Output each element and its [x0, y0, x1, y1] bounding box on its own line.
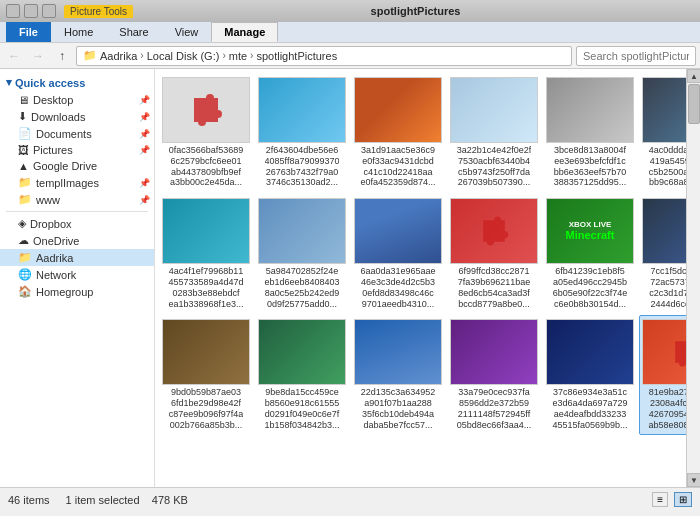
file-item[interactable]: 9be8da15cc459ceb8560e918c61555d0291f049e…: [255, 315, 349, 434]
sidebar-item-dropbox[interactable]: ◈ Dropbox: [0, 215, 154, 232]
file-thumbnail: [450, 77, 538, 143]
pin-icon: 📌: [139, 95, 150, 105]
quick-access-header[interactable]: ▾ Quick access: [0, 73, 154, 92]
file-thumbnail: [354, 319, 442, 385]
tab-view[interactable]: View: [162, 22, 212, 42]
address-bar: ← → ↑ 📁 Aadrika › Local Disk (G:) › mte …: [0, 43, 700, 69]
scroll-track[interactable]: [687, 83, 700, 473]
pictures-icon: 🖼: [18, 144, 29, 156]
file-thumbnail: [450, 198, 538, 264]
sidebar-item-googledrive[interactable]: ▲ Google Drive: [0, 158, 154, 174]
scroll-thumb[interactable]: [688, 84, 700, 124]
details-view-button[interactable]: ≡: [652, 492, 668, 507]
crumb-sep-3: ›: [250, 50, 253, 61]
file-item[interactable]: 3a1d91aac5e36c9e0f33ac9431dcbdc41c10d224…: [351, 73, 445, 192]
crumb-aadrika[interactable]: Aadrika: [100, 50, 137, 62]
file-thumbnail: [258, 319, 346, 385]
scroll-up-button[interactable]: ▲: [687, 69, 700, 83]
file-name: 3bce8d813a8004fee3e693befcfdf1cbb6e363ee…: [554, 145, 627, 188]
file-item[interactable]: 9bd0b59b87ae036fd1be29d98e42fc87ee9b096f…: [159, 315, 253, 434]
onedrive-label: OneDrive: [33, 235, 79, 247]
crumb-disk[interactable]: Local Disk (G:): [147, 50, 220, 62]
forward-button[interactable]: →: [28, 46, 48, 66]
file-item[interactable]: 6f99ffcd38cc28717fa39b696211bae8ed6cb54c…: [447, 194, 541, 313]
tab-file[interactable]: File: [6, 22, 51, 42]
file-thumbnail: XBOX LIVEMinecraft: [546, 198, 634, 264]
scrollbar[interactable]: ▲ ▼: [686, 69, 700, 487]
file-item[interactable]: 0fac3566baf536896c2579bcfc6ee01ab4437809…: [159, 73, 253, 192]
sidebar-item-documents[interactable]: 📄 Documents 📌: [0, 125, 154, 142]
file-name: 6aa0da31e965aae46e3c3de4d2c5b30efd8d8349…: [360, 266, 435, 309]
view-toggle: ≡ ⊞: [652, 492, 692, 507]
chevron-icon: ▾: [6, 76, 12, 89]
sidebar-item-aadrika[interactable]: 📁 Aadrika: [0, 249, 154, 266]
selected-info: 1 item selected 478 KB: [66, 494, 188, 506]
file-item[interactable]: 33a79e0cec937fa8596dd2e372b592111148f572…: [447, 315, 541, 434]
file-name: 7cc1f5dce471dd272ac5737406cf10c2c3d1d712…: [649, 266, 686, 309]
file-name: 2f643604dbe56e64085ff8a7909937026763b743…: [265, 145, 340, 188]
crumb-mte[interactable]: mte: [229, 50, 247, 62]
file-name: 6fb41239c1eb8f5a05ed496cc2945b6b05e90f22…: [553, 266, 628, 309]
file-name: 22d135c3a634952a901f07b1aa28835f6cb10deb…: [361, 387, 436, 430]
file-item[interactable]: 6aa0da31e965aae46e3c3de4d2c5b30efd8d8349…: [351, 194, 445, 313]
crumb-sep-2: ›: [222, 50, 225, 61]
file-name: 81e9ba277c14bd42308a4fc5150375426709549d…: [648, 387, 686, 430]
large-icons-view-button[interactable]: ⊞: [674, 492, 692, 507]
documents-label: Documents: [36, 128, 92, 140]
close-button[interactable]: [42, 4, 56, 18]
folder-icon: 📁: [18, 251, 32, 264]
sidebar-item-network[interactable]: 🌐 Network: [0, 266, 154, 283]
breadcrumb: 📁 Aadrika › Local Disk (G:) › mte › spot…: [83, 49, 337, 62]
main-area: ▾ Quick access 🖥 Desktop 📌 ⬇ Downloads 📌…: [0, 69, 700, 487]
onedrive-icon: ☁: [18, 234, 29, 247]
search-input[interactable]: [576, 46, 696, 66]
file-item[interactable]: XBOX LIVEMinecraft 6fb41239c1eb8f5a05ed4…: [543, 194, 637, 313]
templimages-label: templImages: [36, 177, 99, 189]
tab-share[interactable]: Share: [106, 22, 161, 42]
file-thumbnail: [546, 319, 634, 385]
sidebar-item-homegroup[interactable]: 🏠 Homegroup: [0, 283, 154, 300]
file-grid: 0fac3566baf536896c2579bcfc6ee01ab4437809…: [159, 73, 682, 435]
file-name: 37c86e934e3a51ce3d6a4da697a729ae4deafbdd…: [552, 387, 627, 430]
selected-count: 1 item selected: [66, 494, 140, 506]
file-item[interactable]: 4ac0ddda071000e419a54591df1582c5b2500a12…: [639, 73, 686, 192]
title-bar: Picture Tools spotlightPictures: [0, 0, 700, 22]
file-item[interactable]: 3bce8d813a8004fee3e693befcfdf1cbb6e363ee…: [543, 73, 637, 192]
crumb-current[interactable]: spotlightPictures: [256, 50, 337, 62]
back-button[interactable]: ←: [4, 46, 24, 66]
item-count: 46 items: [8, 494, 50, 506]
file-thumbnail: [258, 198, 346, 264]
aadrika-label: Aadrika: [36, 252, 73, 264]
file-name: 4ac0ddda071000e419a54591df1582c5b2500a12…: [649, 145, 686, 188]
sidebar-item-pictures[interactable]: 🖼 Pictures 📌: [0, 142, 154, 158]
maximize-button[interactable]: [24, 4, 38, 18]
file-thumbnail: [546, 77, 634, 143]
file-item[interactable]: 22d135c3a634952a901f07b1aa28835f6cb10deb…: [351, 315, 445, 434]
scroll-down-button[interactable]: ▼: [687, 473, 700, 487]
sidebar-item-www[interactable]: 📁 www 📌: [0, 191, 154, 208]
crumb-sep-1: ›: [140, 50, 143, 61]
up-button[interactable]: ↑: [52, 46, 72, 66]
file-item[interactable]: 7cc1f5dce471dd272ac5737406cf10c2c3d1d712…: [639, 194, 686, 313]
picture-tools-label: Picture Tools: [64, 5, 133, 18]
minimize-button[interactable]: [6, 4, 20, 18]
file-thumbnail: [354, 198, 442, 264]
sidebar-item-downloads[interactable]: ⬇ Downloads 📌: [0, 108, 154, 125]
downloads-icon: ⬇: [18, 110, 27, 123]
file-item[interactable]: 2f643604dbe56e64085ff8a7909937026763b743…: [255, 73, 349, 192]
file-name: 6f99ffcd38cc28717fa39b696211bae8ed6cb54c…: [458, 266, 531, 309]
file-item[interactable]: 3a22b1c4e42f0e2f7530acbf63440b4c5b9743f2…: [447, 73, 541, 192]
sidebar-item-desktop[interactable]: 🖥 Desktop 📌: [0, 92, 154, 108]
tab-home[interactable]: Home: [51, 22, 106, 42]
sidebar-item-templimages[interactable]: 📁 templImages 📌: [0, 174, 154, 191]
sidebar-item-onedrive[interactable]: ☁ OneDrive: [0, 232, 154, 249]
file-item[interactable]: 37c86e934e3a51ce3d6a4da697a729ae4deafbdd…: [543, 315, 637, 434]
address-path-box[interactable]: 📁 Aadrika › Local Disk (G:) › mte › spot…: [76, 46, 572, 66]
file-item[interactable]: 4ac4f1ef79968b11455733589a4d47d0283b3e88…: [159, 194, 253, 313]
file-item[interactable]: 5a984702852f24eeb1d6eeb84084038a0c5e25b2…: [255, 194, 349, 313]
selected-size: 478 KB: [152, 494, 188, 506]
file-item[interactable]: 81e9ba277c14bd42308a4fc5150375426709549d…: [639, 315, 686, 434]
pin-icon: 📌: [139, 145, 150, 155]
tab-manage[interactable]: Manage: [211, 22, 278, 42]
file-name: 4ac4f1ef79968b11455733589a4d47d0283b3e88…: [168, 266, 243, 309]
